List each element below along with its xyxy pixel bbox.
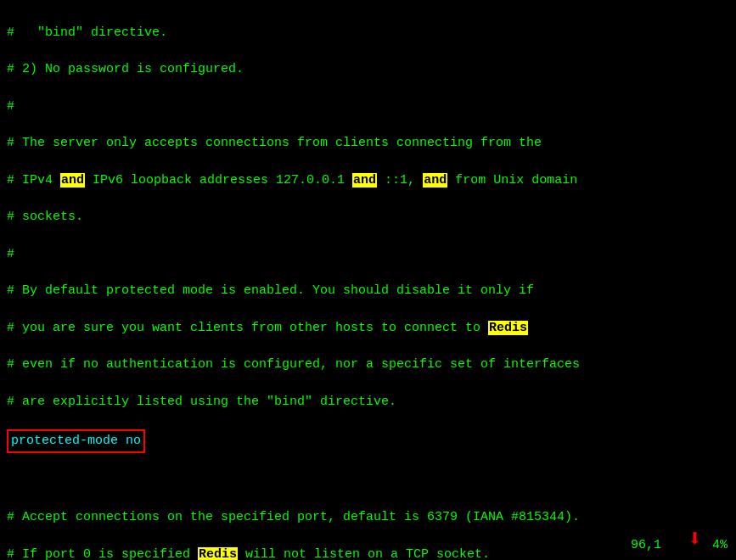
highlight-and-2: and <box>352 173 377 188</box>
cursor-position: 96,1 <box>631 536 661 555</box>
highlight-and-3: and <box>423 173 447 188</box>
highlight-redis-2: Redis <box>198 547 238 560</box>
line-7: # <box>7 247 14 261</box>
highlight-and-1: and <box>60 173 85 188</box>
line-10: # even if no authentication is configure… <box>7 357 580 372</box>
line-4: # The server only accepts connections fr… <box>7 136 542 150</box>
line-14: # Accept connections on the specified po… <box>7 510 580 524</box>
line-5: # IPv4 and IPv6 loopback addresses 127.0… <box>7 173 577 188</box>
scroll-percent: 4% <box>712 536 728 555</box>
line-8: # By default protected mode is enabled. … <box>7 283 534 298</box>
line-13 <box>7 473 14 488</box>
line-6: # sockets. <box>7 210 83 224</box>
arrow-down-icon: ⬇ <box>688 524 702 558</box>
line-15: # If port 0 is specified Redis will not … <box>7 547 490 560</box>
code-editor: # "bind" directive. # 2) No password is … <box>7 5 729 560</box>
line-9: # you are sure you want clients from oth… <box>7 321 528 335</box>
protected-mode-line: protected-mode no <box>7 434 145 448</box>
line-2: # 2) No password is configured. <box>7 62 244 76</box>
highlight-redis-1: Redis <box>488 321 528 335</box>
status-bar: 96,1 4% <box>631 536 728 555</box>
line-1: # "bind" directive. <box>7 25 167 40</box>
line-3: # <box>7 99 14 114</box>
line-11: # are explicitly listed using the "bind"… <box>7 395 396 409</box>
